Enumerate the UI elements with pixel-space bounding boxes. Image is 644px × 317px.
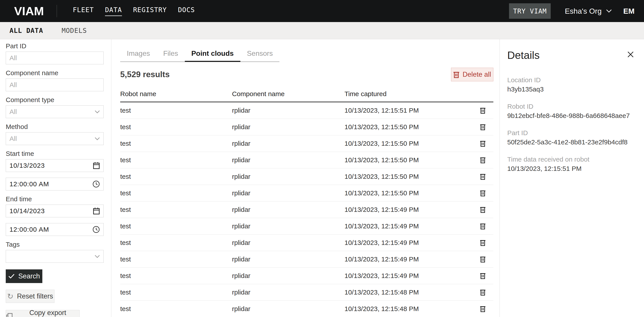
cell-component-name: rplidar (232, 272, 344, 280)
delete-row-button[interactable] (480, 289, 486, 296)
clock-icon[interactable] (92, 180, 100, 188)
detail-label: Part ID (507, 129, 635, 137)
tab-point-clouds[interactable]: Point clouds (185, 49, 240, 61)
cell-robot-name: test (120, 206, 232, 213)
cell-robot-name: test (120, 305, 232, 313)
component-name-input[interactable] (6, 78, 104, 91)
end-time-input[interactable]: 12:00:00 AM (6, 223, 104, 236)
trash-icon (453, 71, 460, 78)
table-row[interactable]: test rplidar 10/13/2023, 12:15:49 PM (120, 218, 493, 235)
reset-filters-button[interactable]: ↻ Reset filters (6, 290, 54, 303)
cell-time-captured: 10/13/2023, 12:15:49 PM (344, 222, 472, 230)
table-row[interactable]: test rplidar 10/13/2023, 12:15:50 PM (120, 185, 493, 202)
cell-time-captured: 10/13/2023, 12:15:49 PM (344, 272, 472, 280)
search-button[interactable]: Search (6, 269, 42, 283)
tab-images[interactable]: Images (120, 49, 156, 61)
org-name: Esha's Org (565, 7, 602, 15)
component-type-value: All (10, 108, 17, 115)
tags-label: Tags (6, 241, 104, 248)
delete-row-button[interactable] (480, 223, 486, 230)
org-switcher[interactable]: Esha's Org (565, 7, 612, 15)
table-row[interactable]: test rplidar 10/13/2023, 12:15:50 PM (120, 135, 493, 152)
table-row[interactable]: test rplidar 10/13/2023, 12:15:49 PM (120, 268, 493, 284)
delete-row-button[interactable] (480, 107, 486, 114)
table-row[interactable]: test rplidar 10/13/2023, 12:15:49 PM (120, 235, 493, 251)
trash-icon (480, 124, 486, 130)
delete-row-button[interactable] (480, 190, 486, 196)
cell-component-name: rplidar (232, 256, 344, 263)
method-label: Method (6, 123, 104, 130)
method-value: All (10, 135, 17, 142)
user-avatar[interactable]: EM (623, 7, 634, 15)
start-time-input[interactable]: 12:00:00 AM (6, 178, 104, 190)
calendar-icon[interactable] (93, 207, 100, 215)
cell-component-name: rplidar (232, 140, 344, 147)
detail-field-time-received: Time data received on robot 10/13/2023, … (507, 155, 635, 173)
cell-robot-name: test (120, 107, 232, 114)
data-type-tabs: Images Files Point clouds Sensors (120, 49, 280, 62)
nav-item-docs[interactable]: DOCS (178, 6, 195, 16)
delete-row-button[interactable] (480, 173, 486, 180)
tags-select[interactable] (6, 250, 104, 263)
tab-all-data[interactable]: ALL DATA (10, 27, 43, 34)
detail-value: h3yb135aq3 (507, 85, 635, 93)
cell-robot-name: test (120, 189, 232, 197)
table-row[interactable]: test rplidar 10/13/2023, 12:15:50 PM (120, 168, 493, 185)
part-id-input[interactable] (6, 51, 104, 64)
component-name-label: Component name (6, 69, 104, 77)
copy-icon (6, 313, 12, 317)
start-time-value: 12:00:00 AM (10, 180, 49, 188)
trash-icon (480, 190, 486, 196)
table-row[interactable]: test rplidar 10/13/2023, 12:15:48 PM (120, 301, 493, 317)
point-clouds-table: Robot name Component name Time captured … (120, 90, 493, 317)
calendar-icon[interactable] (93, 162, 100, 169)
viam-logo[interactable]: VIAM (14, 4, 44, 18)
copy-export-command-label: Copy export command (16, 309, 80, 317)
tab-files[interactable]: Files (156, 49, 185, 61)
cell-component-name: rplidar (232, 156, 344, 164)
trash-icon (480, 289, 486, 296)
table-row[interactable]: test rplidar 10/13/2023, 12:15:48 PM (120, 284, 493, 301)
copy-export-command-button[interactable]: Copy export command (6, 310, 80, 317)
delete-all-button[interactable]: Delete all (451, 68, 493, 81)
method-select[interactable]: All (6, 132, 104, 145)
table-row[interactable]: test rplidar 10/13/2023, 12:15:50 PM (120, 152, 493, 168)
tab-sensors[interactable]: Sensors (240, 49, 280, 61)
cell-time-captured: 10/13/2023, 12:15:49 PM (344, 239, 472, 247)
data-panel: Images Files Point clouds Sensors 5,529 … (112, 39, 500, 317)
sub-nav: ALL DATA MODELS (0, 22, 644, 39)
delete-row-button[interactable] (480, 140, 486, 147)
cell-robot-name: test (120, 156, 232, 164)
component-type-select[interactable]: All (6, 105, 104, 118)
chevron-down-icon (94, 110, 100, 113)
table-row[interactable]: test rplidar 10/13/2023, 12:15:49 PM (120, 251, 493, 268)
cell-component-name: rplidar (232, 189, 344, 197)
delete-row-button[interactable] (480, 256, 486, 263)
table-row[interactable]: test rplidar 10/13/2023, 12:15:49 PM (120, 202, 493, 218)
delete-row-button[interactable] (480, 306, 486, 312)
trash-icon (480, 256, 486, 263)
delete-row-button[interactable] (480, 157, 486, 163)
try-viam-button[interactable]: TRY VIAM (509, 3, 551, 19)
table-row[interactable]: test rplidar 10/13/2023, 12:15:51 PM (120, 102, 493, 119)
delete-row-button[interactable] (480, 124, 486, 130)
delete-row-button[interactable] (480, 239, 486, 246)
nav-item-registry[interactable]: REGISTRY (133, 6, 167, 16)
detail-field-robot-id: Robot ID 9b12ebcf-bfe8-486e-988b-6a66864… (507, 102, 635, 120)
nav-item-fleet[interactable]: FLEET (73, 6, 94, 16)
start-date-input[interactable]: 10/13/2023 (6, 159, 104, 172)
nav-item-data[interactable]: DATA (105, 6, 122, 16)
cell-time-captured: 10/13/2023, 12:15:50 PM (344, 140, 472, 147)
table-row[interactable]: test rplidar 10/13/2023, 12:15:50 PM (120, 119, 493, 135)
tab-models[interactable]: MODELS (62, 27, 87, 34)
delete-row-button[interactable] (480, 206, 486, 213)
end-date-input[interactable]: 10/14/2023 (6, 205, 104, 217)
detail-field-location-id: Location ID h3yb135aq3 (507, 76, 635, 93)
clock-icon[interactable] (92, 226, 100, 233)
close-icon[interactable] (627, 51, 634, 58)
cell-component-name: rplidar (232, 206, 344, 213)
detail-label: Robot ID (507, 102, 635, 111)
delete-row-button[interactable] (480, 273, 486, 279)
filters-sidebar: Part ID Component name Component type Al… (0, 39, 112, 317)
table-header: Robot name Component name Time captured (120, 90, 493, 102)
